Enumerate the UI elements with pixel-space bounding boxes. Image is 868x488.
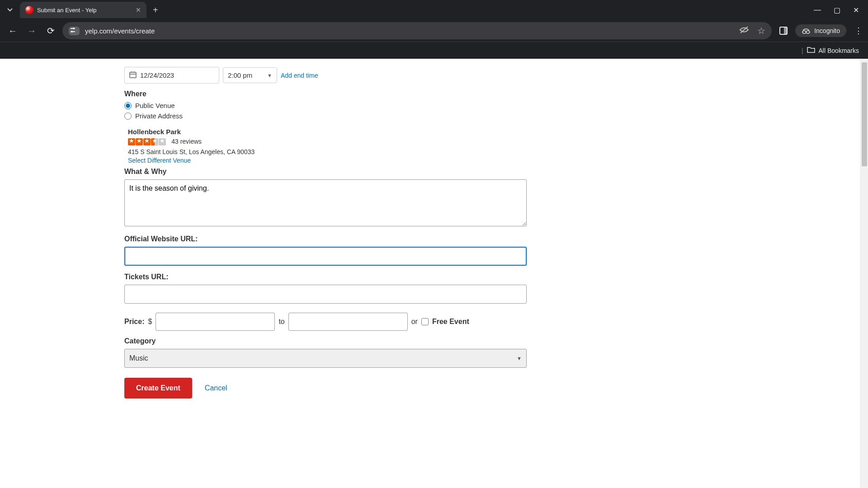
incognito-indicator[interactable]: Incognito — [795, 24, 846, 37]
cancel-button[interactable]: Cancel — [205, 384, 227, 392]
incognito-label: Incognito — [814, 27, 840, 34]
address-bar[interactable]: yelp.com/events/create ☆ — [62, 22, 772, 39]
tickets-url-label: Tickets URL: — [124, 273, 868, 281]
private-address-radio[interactable] — [124, 113, 132, 120]
time-value: 2:00 pm — [228, 71, 252, 79]
close-window-icon[interactable]: ✕ — [853, 6, 859, 14]
public-venue-option[interactable]: Public Venue — [124, 102, 868, 109]
close-tab-icon[interactable]: ✕ — [136, 6, 141, 14]
where-label: Where — [124, 90, 868, 98]
time-select[interactable]: 2:00 pm ▼ — [223, 67, 277, 83]
browser-chrome: Submit an Event - Yelp ✕ + — ▢ ✕ ← → ⟳ y… — [0, 0, 868, 59]
scroll-thumb[interactable] — [862, 62, 867, 166]
price-max-input[interactable] — [288, 313, 408, 331]
select-different-venue-link[interactable]: Select Different Venue — [128, 157, 191, 164]
what-why-textarea[interactable] — [124, 179, 527, 226]
scrollbar[interactable] — [860, 59, 868, 488]
date-value: 12/24/2023 — [140, 71, 174, 79]
create-event-button[interactable]: Create Event — [124, 378, 192, 399]
forward-button: → — [24, 23, 39, 38]
back-button[interactable]: ← — [5, 23, 20, 38]
price-or-label: or — [411, 318, 418, 326]
review-count: 43 reviews — [171, 138, 202, 145]
venue-name: Hollenbeck Park — [128, 128, 868, 136]
website-url-input[interactable] — [124, 247, 527, 266]
free-event-checkbox[interactable] — [421, 318, 429, 325]
star-rating — [128, 138, 166, 145]
category-value: Music — [129, 354, 148, 362]
category-label: Category — [124, 337, 868, 345]
browser-toolbar: ← → ⟳ yelp.com/events/create ☆ Incognito… — [0, 20, 868, 42]
what-why-label: What & Why — [124, 168, 868, 176]
side-panel-icon[interactable] — [776, 23, 791, 38]
public-venue-radio[interactable] — [124, 102, 132, 109]
public-venue-label: Public Venue — [135, 102, 175, 109]
yelp-favicon — [25, 6, 33, 14]
category-select[interactable]: Music ▼ — [124, 349, 527, 368]
add-end-time-link[interactable]: Add end time — [281, 72, 318, 79]
date-input[interactable]: 12/24/2023 — [124, 67, 219, 84]
chrome-menu-button[interactable]: ⋮ — [854, 26, 863, 36]
svg-point-7 — [802, 31, 806, 33]
site-settings-icon[interactable] — [69, 27, 80, 35]
minimize-icon[interactable]: — — [814, 6, 821, 14]
bookmarks-bar: | All Bookmarks — [0, 42, 868, 59]
private-address-option[interactable]: Private Address — [124, 112, 868, 120]
folder-icon — [807, 47, 815, 54]
tickets-url-input[interactable] — [124, 285, 527, 304]
venue-address: 415 S Saint Louis St, Los Angeles, CA 90… — [128, 148, 868, 155]
free-event-label: Free Event — [432, 318, 469, 326]
browser-tab[interactable]: Submit an Event - Yelp ✕ — [20, 2, 146, 18]
page-content: 12/24/2023 2:00 pm ▼ Add end time Where … — [0, 59, 868, 488]
svg-point-3 — [71, 31, 73, 33]
tab-title: Submit an Event - Yelp — [37, 7, 132, 14]
bookmark-star-icon[interactable]: ☆ — [757, 25, 765, 36]
private-address-label: Private Address — [135, 112, 183, 120]
calendar-icon — [129, 71, 137, 80]
chevron-down-icon: ▼ — [267, 73, 272, 78]
maximize-icon[interactable]: ▢ — [834, 6, 840, 14]
new-tab-button[interactable]: + — [153, 5, 158, 15]
url-text: yelp.com/events/create — [85, 27, 155, 35]
price-label: Price: — [124, 318, 144, 326]
price-to-label: to — [278, 318, 284, 326]
reload-button[interactable]: ⟳ — [43, 23, 58, 38]
website-url-label: Official Website URL: — [124, 235, 868, 243]
window-controls: — ▢ ✕ — [814, 6, 868, 14]
svg-point-2 — [73, 28, 75, 29]
chevron-down-icon: ▼ — [517, 356, 522, 361]
incognito-eye-icon[interactable] — [739, 26, 749, 36]
svg-rect-9 — [130, 72, 136, 78]
tab-search-button[interactable] — [4, 4, 16, 16]
all-bookmarks-button[interactable]: All Bookmarks — [819, 47, 859, 54]
svg-rect-6 — [784, 27, 787, 34]
price-min-input[interactable] — [156, 313, 275, 331]
tab-strip: Submit an Event - Yelp ✕ + — ▢ ✕ — [0, 0, 868, 20]
svg-point-8 — [806, 31, 810, 33]
price-currency: $ — [148, 318, 152, 326]
